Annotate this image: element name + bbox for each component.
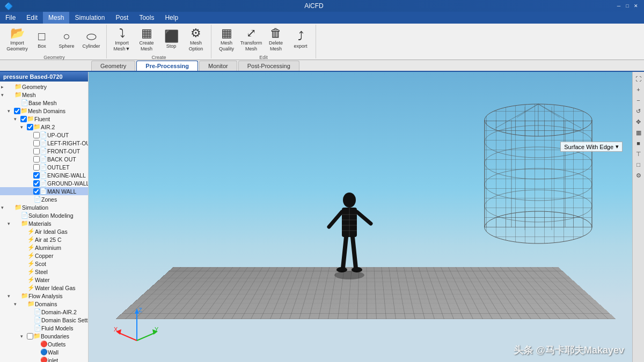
- delete-mesh-button[interactable]: 🗑DeleteMesh: [264, 26, 288, 54]
- tree-node-flow-analysis[interactable]: ▾📁Flow Analysis: [0, 292, 88, 300]
- tree-node-outlet[interactable]: 📄OUTLET: [0, 163, 88, 171]
- export-button[interactable]: ⤴export: [289, 26, 312, 54]
- tree-arrow-domains: ▾: [14, 301, 20, 307]
- tree-node-zones[interactable]: 📄Zones: [0, 195, 88, 203]
- tab-post-processing[interactable]: Post-Processing: [238, 61, 299, 71]
- tree-node-air2[interactable]: ▾📁AIR.2: [0, 123, 88, 131]
- box-button[interactable]: □Box: [30, 26, 54, 54]
- tree-icon-domain-basic-setting: 📄: [34, 316, 41, 323]
- mesh-option-button[interactable]: ⚙MeshOption: [184, 26, 208, 54]
- tree-node-geometry[interactable]: ▸📁Geometry: [0, 83, 88, 91]
- tree-node-back-out[interactable]: 📄BACK OUT: [0, 155, 88, 163]
- tree-container[interactable]: ▸📁Geometry▾📁Mesh📄Base Mesh▾📁Mesh Domains…: [0, 82, 88, 362]
- tree-node-air-ideal-gas[interactable]: ⚡Air Ideal Gas: [0, 227, 88, 235]
- tree-label-wall: Wall: [48, 349, 58, 356]
- tree-node-water[interactable]: ⚡Water: [0, 276, 88, 284]
- front-view-button[interactable]: □: [634, 160, 643, 169]
- view-selector[interactable]: Surface With Edge ▾: [560, 142, 623, 152]
- tree-node-left-right-out[interactable]: 📄LEFT-RIGHT-OUT: [0, 139, 88, 147]
- create-mesh-button[interactable]: ▦CreateMesh: [135, 26, 158, 54]
- tree-node-front-out[interactable]: 📄FRONT-OUT: [0, 147, 88, 155]
- tree-check-mesh-domains[interactable]: [14, 108, 20, 114]
- minimize-button[interactable]: ─: [615, 2, 623, 10]
- tree-label-boundaries: Boundaries: [41, 333, 69, 339]
- tree-label-water: Water: [35, 277, 50, 283]
- tree-node-boundaries[interactable]: ▾📁Boundaries: [0, 332, 88, 340]
- menu-item-tools[interactable]: Tools: [134, 12, 159, 24]
- settings-button[interactable]: ⚙: [634, 171, 643, 180]
- tree-node-copper[interactable]: ⚡Copper: [0, 252, 88, 260]
- tree-node-fluid-models[interactable]: 📄Fluid Models: [0, 324, 88, 332]
- transform-mesh-button[interactable]: ⤢TransformMesh: [239, 26, 263, 54]
- menu-item-mesh[interactable]: Mesh: [43, 12, 69, 24]
- tree-arrow-simulation: ▾: [1, 205, 8, 210]
- tree-label-inlet: inlet: [48, 357, 58, 363]
- tree-node-base-mesh[interactable]: 📄Base Mesh: [0, 99, 88, 107]
- import-geometry-button[interactable]: 📂ImportGeometry: [5, 26, 29, 54]
- tree-node-water-ideal-gas[interactable]: ⚡Water Ideal Gas: [0, 284, 88, 292]
- tree-node-domains[interactable]: ▾📁Domains: [0, 300, 88, 308]
- tree-node-air-25c[interactable]: ⚡Air at 25 C: [0, 235, 88, 243]
- tree-check-air2[interactable]: [27, 124, 33, 130]
- sphere-icon: ○: [63, 31, 70, 42]
- tree-node-fluent[interactable]: ▾📁Fluent: [0, 115, 88, 123]
- shaded-button[interactable]: ■: [634, 138, 643, 148]
- zoom-in-button[interactable]: +: [634, 85, 643, 94]
- top-view-button[interactable]: ⊤: [634, 149, 643, 159]
- tree-node-mesh[interactable]: ▾📁Mesh: [0, 91, 88, 99]
- sphere-button[interactable]: ○Sphere: [55, 26, 78, 54]
- menu-item-simulation[interactable]: Simulation: [69, 12, 110, 24]
- right-panel: ⛶+−↺✥▦■⊤□⚙: [632, 72, 644, 362]
- tree-icon-mesh: 📁: [14, 91, 22, 98]
- svg-point-0: [343, 193, 356, 208]
- tree-node-up-out[interactable]: 📄UP-OUT: [0, 131, 88, 139]
- menu-item-file[interactable]: File: [0, 12, 21, 24]
- toolbar-group-edit: ▦MeshQuality⤢TransformMesh🗑DeleteMesh⤴ex…: [211, 25, 316, 58]
- tab-pre-processing[interactable]: Pre-Processing: [136, 61, 198, 71]
- tree-node-ground-wall[interactable]: 📄GROUND-WALL: [0, 179, 88, 187]
- cylinder-button[interactable]: ⬭Cylinder: [79, 26, 103, 54]
- tree-node-domain-basic-setting[interactable]: 📄Domain Basic Setting: [0, 316, 88, 324]
- pan-button[interactable]: ✥: [634, 117, 643, 127]
- tree-icon-wall: 🔵: [40, 349, 48, 356]
- zoom-out-button[interactable]: −: [634, 95, 643, 105]
- menu-item-post[interactable]: Post: [110, 12, 134, 24]
- tree-node-solution-modeling[interactable]: 📄Solution Modeling: [0, 211, 88, 219]
- tree-check-boundaries[interactable]: [27, 333, 33, 339]
- tree-node-mesh-domains[interactable]: ▾📁Mesh Domains: [0, 107, 88, 115]
- viewport[interactable]: Surface With Edge ▾: [89, 72, 632, 362]
- rotate-button[interactable]: ↺: [634, 106, 643, 116]
- tree-node-inlet[interactable]: 🔴inlet: [0, 356, 88, 362]
- tree-node-simulation[interactable]: ▾📁Simulation: [0, 203, 88, 211]
- tree-node-domain-air2[interactable]: 📄Domain-AIR.2: [0, 308, 88, 316]
- tree-check-man-wall[interactable]: [33, 188, 40, 195]
- tab-monitor[interactable]: Monitor: [199, 61, 237, 71]
- tree-node-outlets[interactable]: 🔴Outlets: [0, 340, 88, 348]
- tree-check-fluent[interactable]: [20, 116, 27, 122]
- tree-check-front-out[interactable]: [33, 148, 40, 154]
- tree-node-steel[interactable]: ⚡Steel: [0, 268, 88, 276]
- tree-check-ground-wall[interactable]: [33, 180, 40, 187]
- tree-check-engine-wall[interactable]: [33, 172, 40, 179]
- menu-item-help[interactable]: Help: [159, 12, 184, 24]
- tree-check-outlet[interactable]: [33, 164, 40, 171]
- tree-node-materials[interactable]: ▾📁Materials: [0, 219, 88, 227]
- tree-node-wall[interactable]: 🔵Wall: [0, 348, 88, 356]
- menu-item-edit[interactable]: Edit: [21, 12, 43, 24]
- tree-node-man-wall[interactable]: 📄MAN WALL: [0, 187, 88, 195]
- stop-button[interactable]: ⬛Stop: [159, 26, 183, 54]
- maximize-button[interactable]: □: [624, 2, 631, 10]
- fit-view-button[interactable]: ⛶: [634, 74, 643, 84]
- tree-check-left-right-out[interactable]: [33, 140, 40, 146]
- tree-node-aluminium[interactable]: ⚡Aluminium: [0, 243, 88, 252]
- tree-check-back-out[interactable]: [33, 156, 40, 162]
- close-button[interactable]: ✕: [632, 2, 640, 10]
- mesh-quality-button[interactable]: ▦MeshQuality: [215, 26, 238, 54]
- wireframe-button[interactable]: ▦: [634, 128, 643, 137]
- tree-node-scot[interactable]: ⚡Scot: [0, 260, 88, 268]
- tab-geometry[interactable]: Geometry: [91, 61, 135, 71]
- tree-check-up-out[interactable]: [33, 132, 40, 138]
- import-mesh-button[interactable]: ⤵ImportMesh▼: [110, 26, 134, 54]
- tree-icon-base-mesh: 📄: [21, 99, 28, 106]
- tree-node-engine-wall[interactable]: 📄ENGINE-WALL: [0, 171, 88, 179]
